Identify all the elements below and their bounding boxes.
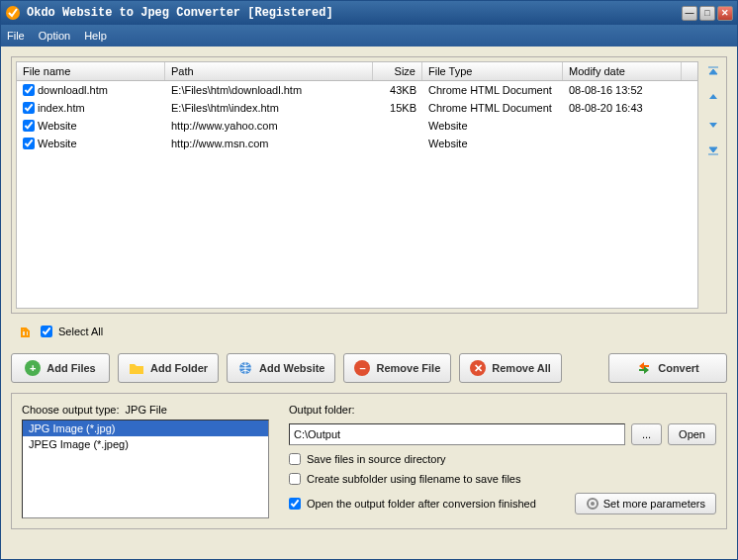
menu-help[interactable]: Help	[84, 30, 107, 42]
app-window: Okdo Website to Jpeg Converter [Register…	[0, 0, 738, 560]
file-list-panel: File name Path Size File Type Modify dat…	[11, 56, 727, 314]
table-row[interactable]: downloadl.htmE:\Files\htm\downloadl.htm4…	[17, 81, 697, 99]
row-type: Website	[422, 138, 563, 149]
gear-icon	[586, 497, 600, 511]
row-path: E:\Files\htm\index.htm	[165, 102, 373, 114]
move-top-button[interactable]	[704, 63, 722, 81]
save-source-row[interactable]: Save files in source directory	[289, 453, 716, 465]
col-type[interactable]: File Type	[422, 62, 563, 80]
output-type-pane: Choose output type: JPG File JPG Image (…	[22, 404, 269, 518]
row-name: index.htm	[38, 102, 85, 114]
save-source-checkbox[interactable]	[289, 453, 301, 465]
table-row[interactable]: Websitehttp://www.msn.comWebsite	[17, 135, 697, 152]
row-size: 15KB	[373, 102, 422, 114]
select-all-row: Select All	[11, 320, 727, 343]
x-icon: ✕	[470, 360, 486, 376]
col-path[interactable]: Path	[165, 62, 373, 80]
row-type: Chrome HTML Document	[422, 84, 563, 96]
move-bottom-button[interactable]	[704, 140, 722, 158]
create-subfolder-checkbox[interactable]	[289, 473, 301, 485]
select-all-checkbox[interactable]	[41, 326, 52, 337]
row-name: downloadl.htm	[38, 84, 108, 96]
toolbar: +Add Files Add Folder Add Website –Remov…	[11, 349, 727, 387]
open-button[interactable]: Open	[668, 423, 716, 445]
up-folder-icon[interactable]	[19, 324, 35, 339]
add-folder-button[interactable]: Add Folder	[118, 353, 219, 383]
table-row[interactable]: Websitehttp://www.yahoo.comWebsite	[17, 117, 697, 135]
set-more-parameters-button[interactable]: Set more parameters	[575, 493, 716, 514]
col-size[interactable]: Size	[373, 62, 422, 80]
table-row[interactable]: index.htmE:\Files\htm\index.htm15KBChrom…	[17, 99, 697, 117]
row-checkbox[interactable]	[23, 138, 35, 149]
remove-file-button[interactable]: –Remove File	[343, 353, 451, 383]
select-all-label: Select All	[58, 326, 103, 337]
col-date[interactable]: Modify date	[563, 62, 682, 80]
output-type-label: Choose output type: JPG File	[22, 404, 269, 416]
convert-icon	[636, 360, 652, 376]
close-button[interactable]: ✕	[717, 6, 733, 21]
row-date: 08-08-16 13:52	[563, 84, 682, 96]
row-date: 08-08-20 16:43	[563, 102, 682, 114]
move-down-button[interactable]	[704, 115, 722, 133]
output-folder-label: Output folder:	[289, 404, 716, 416]
row-size: 43KB	[373, 84, 422, 96]
menu-option[interactable]: Option	[39, 30, 70, 42]
window-title: Okdo Website to Jpeg Converter [Register…	[27, 6, 680, 20]
row-path: E:\Files\htm\downloadl.htm	[165, 84, 373, 96]
add-website-button[interactable]: Add Website	[227, 353, 335, 383]
output-folder-pane: Output folder: ... Open Save files in so…	[289, 404, 716, 518]
folder-icon	[129, 360, 144, 376]
remove-all-button[interactable]: ✕Remove All	[459, 353, 562, 383]
body: File name Path Size File Type Modify dat…	[1, 47, 737, 559]
file-list: File name Path Size File Type Modify dat…	[16, 61, 698, 309]
output-type-list[interactable]: JPG Image (*.jpg) JPEG Image (*.jpeg)	[22, 420, 269, 518]
open-after-row: Open the output folder after conversion …	[289, 493, 716, 514]
add-files-button[interactable]: +Add Files	[11, 353, 110, 383]
output-folder-input[interactable]	[289, 423, 625, 445]
minus-icon: –	[354, 360, 370, 376]
svg-point-3	[591, 502, 595, 506]
reorder-buttons	[704, 61, 722, 309]
output-panel: Choose output type: JPG File JPG Image (…	[11, 393, 727, 529]
move-up-button[interactable]	[704, 89, 722, 107]
convert-button[interactable]: Convert	[608, 353, 727, 383]
file-list-body[interactable]: downloadl.htmE:\Files\htm\downloadl.htm4…	[16, 81, 698, 309]
minimize-button[interactable]: —	[682, 6, 697, 21]
file-list-header: File name Path Size File Type Modify dat…	[16, 61, 698, 81]
titlebar: Okdo Website to Jpeg Converter [Register…	[1, 1, 737, 25]
output-type-option[interactable]: JPG Image (*.jpg)	[23, 420, 268, 436]
row-checkbox[interactable]	[23, 84, 35, 96]
browse-button[interactable]: ...	[631, 423, 662, 445]
app-logo-icon	[5, 5, 21, 21]
row-checkbox[interactable]	[23, 102, 35, 114]
open-after-checkbox[interactable]	[289, 498, 301, 510]
output-folder-row: ... Open	[289, 423, 716, 445]
row-name: Website	[38, 138, 77, 149]
menubar: File Option Help	[1, 25, 737, 47]
col-filename[interactable]: File name	[17, 62, 165, 80]
row-type: Website	[422, 120, 563, 132]
output-type-option[interactable]: JPEG Image (*.jpeg)	[23, 436, 268, 452]
row-path: http://www.msn.com	[165, 138, 373, 149]
menu-file[interactable]: File	[7, 30, 25, 42]
create-subfolder-row[interactable]: Create subfolder using filename to save …	[289, 473, 716, 485]
globe-icon	[237, 360, 253, 376]
row-path: http://www.yahoo.com	[165, 120, 373, 132]
maximize-button[interactable]: □	[699, 6, 715, 21]
row-checkbox[interactable]	[23, 120, 35, 132]
row-type: Chrome HTML Document	[422, 102, 563, 114]
row-name: Website	[38, 120, 77, 132]
plus-icon: +	[25, 360, 41, 376]
